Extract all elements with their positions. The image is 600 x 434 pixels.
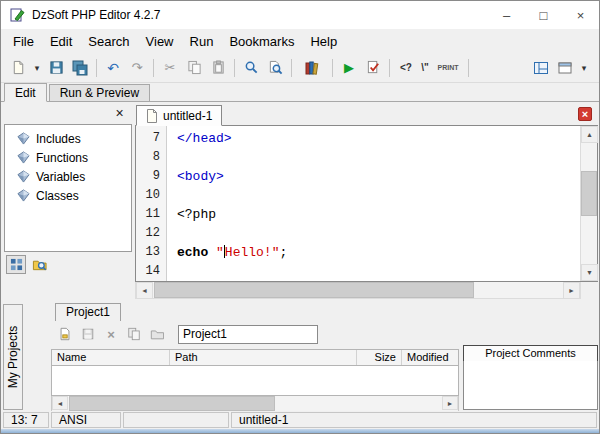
paste-button[interactable] bbox=[206, 56, 230, 80]
code-line[interactable] bbox=[168, 262, 580, 281]
code-line[interactable] bbox=[168, 148, 580, 167]
tab-run-preview[interactable]: Run & Preview bbox=[49, 84, 150, 101]
code-line[interactable]: <body> bbox=[168, 167, 580, 186]
scroll-right-button[interactable]: ► bbox=[442, 396, 458, 410]
menu-search[interactable]: Search bbox=[80, 31, 137, 52]
toolbar-overflow-dropdown[interactable]: ▾ bbox=[577, 56, 591, 80]
close-button[interactable]: × bbox=[562, 1, 599, 29]
chevron-down-icon: ▾ bbox=[35, 63, 40, 73]
menu-help[interactable]: Help bbox=[302, 31, 345, 52]
menu-file[interactable]: File bbox=[5, 31, 42, 52]
tree-item-functions[interactable]: Functions bbox=[5, 148, 131, 167]
print-button[interactable]: PRINT bbox=[432, 56, 464, 80]
code-area[interactable]: </head><body><?phpecho "Hello!"; bbox=[168, 126, 580, 281]
project-horizontal-scrollbar[interactable]: ◄ ► bbox=[51, 396, 459, 412]
php-tags-button[interactable]: <? bbox=[394, 56, 418, 80]
run-button[interactable]: ▶ bbox=[337, 56, 361, 80]
scroll-left-button[interactable]: ◄ bbox=[52, 396, 68, 410]
code-line[interactable]: <?php bbox=[168, 205, 580, 224]
menu-edit[interactable]: Edit bbox=[42, 31, 80, 52]
project-comments-box[interactable] bbox=[463, 361, 598, 410]
minimize-button[interactable]: – bbox=[488, 1, 525, 29]
scroll-up-button[interactable]: ▲ bbox=[581, 126, 598, 143]
project1-tab[interactable]: Project1 bbox=[55, 303, 121, 321]
save-project-button[interactable] bbox=[78, 324, 98, 344]
vertical-scroll-thumb[interactable] bbox=[581, 171, 597, 216]
column-header-path[interactable]: Path bbox=[170, 350, 357, 365]
scroll-right-button[interactable]: ► bbox=[563, 282, 580, 299]
tree-view-button[interactable] bbox=[6, 255, 26, 274]
file-tab-untitled-1[interactable]: untitled-1 bbox=[136, 105, 222, 126]
menu-view[interactable]: View bbox=[138, 31, 182, 52]
tree-item-classes[interactable]: Classes bbox=[5, 186, 131, 205]
column-header-modified[interactable]: Modified bbox=[402, 350, 458, 365]
scroll-left-button[interactable]: ◄ bbox=[136, 282, 153, 299]
code-library-button[interactable] bbox=[296, 56, 328, 80]
project-files-list[interactable] bbox=[51, 366, 459, 396]
project-scroll-track[interactable] bbox=[68, 396, 442, 411]
arrow-right-icon: ► bbox=[447, 400, 454, 407]
browse-files-button[interactable] bbox=[29, 255, 49, 274]
open-folder-button[interactable] bbox=[147, 324, 167, 344]
functions-icon bbox=[17, 151, 30, 164]
horizontal-scrollbar[interactable]: ◄ ► bbox=[135, 282, 581, 299]
project-comments-panel: Project Comments bbox=[463, 301, 598, 413]
scroll-down-button[interactable]: ▼ bbox=[581, 264, 598, 281]
active-file-indicator: untitled-1 bbox=[231, 412, 597, 428]
close-file-icon: × bbox=[582, 109, 588, 120]
maximize-button[interactable]: □ bbox=[525, 1, 562, 29]
toolbar-options-button[interactable] bbox=[553, 56, 577, 80]
code-line[interactable]: </head> bbox=[168, 129, 580, 148]
menu-bookmarks[interactable]: Bookmarks bbox=[221, 31, 302, 52]
code-editor[interactable]: 7891011121314 </head><body><?phpecho "He… bbox=[135, 126, 598, 282]
folder-icon bbox=[150, 327, 164, 341]
code-line[interactable]: echo "Hello!"; bbox=[168, 243, 580, 262]
copy-file-button[interactable] bbox=[124, 324, 144, 344]
vertical-scroll-track[interactable] bbox=[581, 143, 597, 264]
new-file-button[interactable] bbox=[6, 56, 30, 80]
find-button[interactable] bbox=[239, 56, 263, 80]
project-name-field[interactable] bbox=[178, 325, 318, 344]
menu-run[interactable]: Run bbox=[182, 31, 222, 52]
toolbar-separator bbox=[96, 59, 97, 77]
save-button[interactable] bbox=[44, 56, 68, 80]
titlebar[interactable]: DzSoft PHP Editor 4.2.7 – □ × bbox=[1, 1, 599, 29]
grid-icon bbox=[10, 258, 23, 271]
toolbar-separator bbox=[153, 59, 154, 77]
remove-file-button[interactable]: × bbox=[101, 324, 121, 344]
tree-item-variables[interactable]: Variables bbox=[5, 167, 131, 186]
horizontal-scroll-track[interactable] bbox=[153, 282, 563, 298]
line-number: 8 bbox=[136, 148, 166, 167]
syntax-check-button[interactable] bbox=[361, 56, 385, 80]
save-all-button[interactable] bbox=[68, 56, 92, 80]
copy-button[interactable] bbox=[182, 56, 206, 80]
code-line[interactable] bbox=[168, 224, 580, 243]
search-icon bbox=[244, 60, 259, 75]
column-header-name[interactable]: Name bbox=[52, 350, 170, 365]
panels-layout-button[interactable] bbox=[529, 56, 553, 80]
close-file-button[interactable]: × bbox=[578, 107, 592, 121]
tree-item-includes[interactable]: Includes bbox=[5, 129, 131, 148]
php-tags-icon: <? bbox=[400, 62, 412, 73]
code-segment: </head> bbox=[177, 131, 232, 146]
new-file-dropdown[interactable]: ▾ bbox=[30, 56, 44, 80]
explorer-close-button[interactable]: × bbox=[112, 105, 127, 120]
add-file-icon bbox=[58, 327, 72, 341]
escape-quote-button[interactable]: \" bbox=[418, 56, 432, 80]
tab-edit[interactable]: Edit bbox=[4, 83, 47, 102]
project-scroll-thumb[interactable] bbox=[69, 396, 275, 411]
undo-button[interactable]: ↶ bbox=[101, 56, 125, 80]
save-all-icon bbox=[72, 60, 88, 76]
column-header-size[interactable]: Size bbox=[357, 350, 402, 365]
my-projects-side-tab[interactable]: My Projects bbox=[3, 304, 23, 410]
classes-icon bbox=[17, 189, 30, 202]
horizontal-scroll-thumb[interactable] bbox=[154, 282, 474, 298]
panels-icon bbox=[533, 60, 549, 76]
cut-button[interactable]: ✂ bbox=[158, 56, 182, 80]
add-file-button[interactable] bbox=[55, 324, 75, 344]
redo-button[interactable]: ↷ bbox=[125, 56, 149, 80]
vertical-scrollbar[interactable]: ▲ ▼ bbox=[580, 126, 597, 281]
find-in-files-button[interactable] bbox=[263, 56, 287, 80]
explorer-panel: × Includes Functions Variables Classes bbox=[4, 102, 132, 299]
code-line[interactable] bbox=[168, 186, 580, 205]
